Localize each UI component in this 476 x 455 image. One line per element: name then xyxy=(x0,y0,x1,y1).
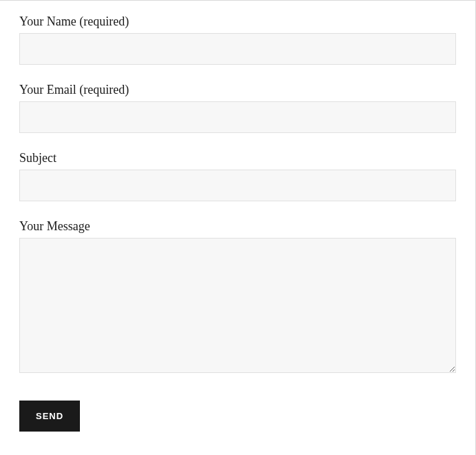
subject-input[interactable] xyxy=(19,170,456,201)
message-field-group: Your Message xyxy=(19,219,456,376)
email-input[interactable] xyxy=(19,101,456,133)
message-textarea[interactable] xyxy=(19,238,456,373)
subject-field-group: Subject xyxy=(19,151,456,201)
message-label: Your Message xyxy=(19,219,456,234)
email-label: Your Email (required) xyxy=(19,83,456,97)
name-label: Your Name (required) xyxy=(19,14,456,29)
contact-form: Your Name (required) Your Email (require… xyxy=(0,1,475,445)
subject-label: Subject xyxy=(19,151,456,165)
send-button[interactable]: Send xyxy=(19,401,80,432)
name-field-group: Your Name (required) xyxy=(19,14,456,65)
email-field-group: Your Email (required) xyxy=(19,83,456,133)
name-input[interactable] xyxy=(19,33,456,65)
